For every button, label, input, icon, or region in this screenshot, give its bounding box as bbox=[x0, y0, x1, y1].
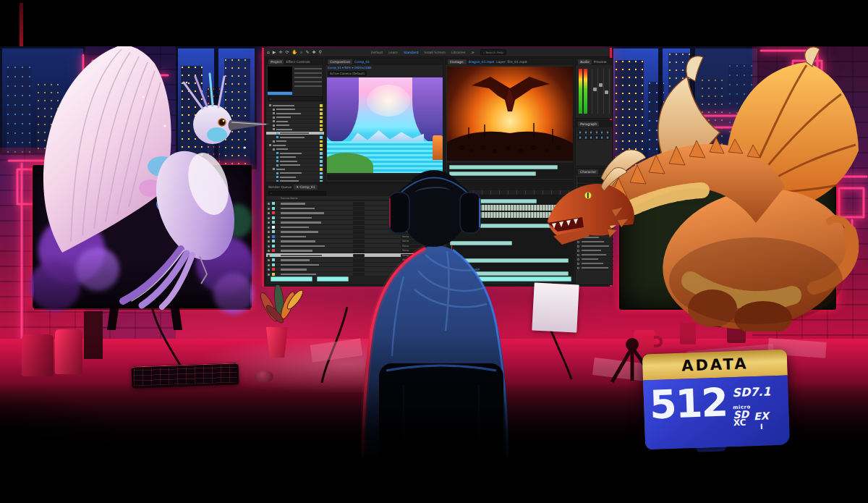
card-capacity: 512 bbox=[649, 384, 727, 423]
label-chip bbox=[320, 132, 323, 135]
microsdxc-logo: micro SD XC EX I bbox=[733, 404, 772, 431]
sun-glow bbox=[367, 85, 410, 117]
promo-banner: ⌂▶✛⟳✋⌕✎✚⚲ DefaultLearnStandardSmall Scre… bbox=[0, 0, 868, 503]
label-chip bbox=[320, 128, 323, 131]
crystal-hummingbird-art bbox=[13, 46, 281, 318]
layer-name-bar bbox=[281, 236, 306, 238]
file-name-bar bbox=[280, 132, 309, 134]
mouse bbox=[255, 371, 273, 383]
file-name-bar bbox=[280, 164, 300, 166]
keyboard-keys bbox=[134, 365, 237, 386]
label-chip bbox=[320, 112, 323, 115]
workspace-tab-learn: Learn bbox=[386, 51, 401, 54]
file-name-bar bbox=[280, 180, 299, 182]
label-chip bbox=[320, 136, 323, 139]
label-chip bbox=[320, 140, 323, 143]
bird-crest bbox=[184, 74, 224, 109]
tool-icon-4: ✋ bbox=[292, 49, 298, 55]
layer-name-bar bbox=[281, 250, 312, 252]
headphone-earcup-left bbox=[389, 193, 409, 233]
layer-name-bar bbox=[281, 259, 310, 261]
keyboard bbox=[132, 363, 239, 388]
composition-name: Comp_01 bbox=[354, 60, 370, 64]
active-camera-pill: Active Camera (Default) bbox=[328, 71, 367, 76]
label-chip bbox=[320, 144, 323, 147]
tab-composition: Composition bbox=[328, 59, 352, 64]
layer-name-bar bbox=[281, 255, 322, 257]
box bbox=[84, 311, 103, 359]
pillar-tree bbox=[412, 77, 443, 144]
castle-accent bbox=[433, 135, 443, 160]
bird-eye bbox=[218, 119, 226, 126]
tab-effect-controls: Effect Controls bbox=[286, 60, 310, 64]
file-name-bar bbox=[280, 177, 296, 178]
label-chip bbox=[320, 156, 323, 159]
pillar-tree bbox=[327, 77, 359, 143]
layer-name-bar bbox=[281, 217, 312, 219]
layer-name-bar bbox=[281, 269, 307, 271]
workspace-tab-small-screen: Small Screen bbox=[421, 51, 448, 54]
cup bbox=[55, 329, 82, 374]
workspace-tabs: DefaultLearnStandardSmall ScreenLibrarie… bbox=[368, 51, 468, 54]
tool-icon-6: ✎ bbox=[305, 49, 309, 55]
layer-name-bar bbox=[281, 227, 309, 229]
cup bbox=[22, 334, 54, 376]
label-chip bbox=[320, 152, 323, 155]
file-name-bar bbox=[280, 153, 302, 154]
brand-logo: ADATA bbox=[681, 355, 749, 374]
uhs-mark: I bbox=[754, 422, 769, 431]
layer-name-bar bbox=[281, 264, 319, 266]
project-info-lines bbox=[294, 68, 322, 90]
layer-name-bar bbox=[281, 231, 318, 233]
neon-sliver bbox=[20, 3, 23, 48]
file-name-bar bbox=[280, 156, 296, 158]
tool-icon-3: ⟳ bbox=[285, 49, 289, 55]
sd-express-mark: EX bbox=[754, 410, 769, 422]
bird-leg bbox=[200, 256, 207, 284]
layer-name-bar bbox=[281, 203, 305, 205]
workspace-overflow-icon: ≫ bbox=[468, 51, 477, 54]
workspace-tab-standard: Standard bbox=[401, 51, 421, 54]
card-sd-spec: SD7.1 bbox=[732, 384, 771, 400]
tool-icon-5: ⌕ bbox=[300, 49, 302, 55]
layer-name-bar bbox=[281, 221, 321, 224]
label-chip bbox=[320, 124, 323, 127]
office-chair bbox=[379, 363, 503, 459]
layer-name-bar bbox=[281, 208, 315, 210]
person-at-desk bbox=[317, 161, 563, 459]
label-chip bbox=[320, 120, 323, 123]
label-chip bbox=[320, 109, 323, 111]
tool-icon-7: ✚ bbox=[312, 49, 315, 55]
bird-cheek bbox=[207, 127, 227, 142]
file-name-bar bbox=[280, 161, 297, 162]
workspace-tab-default: Default bbox=[368, 51, 386, 54]
label-chip bbox=[320, 148, 323, 151]
tool-icon-8: ⚲ bbox=[318, 49, 321, 55]
headphone-earcup-right bbox=[460, 193, 480, 233]
composition-panel-tabs: Composition Comp_01 bbox=[326, 59, 443, 65]
bird-beak bbox=[229, 120, 271, 130]
file-name-bar bbox=[280, 137, 305, 138]
layer-name-bar bbox=[281, 274, 316, 276]
file-name-bar bbox=[280, 172, 302, 174]
footage-name: dragon_01.mp4 bbox=[469, 60, 494, 64]
label-chip bbox=[320, 117, 323, 119]
layer-name-bar bbox=[281, 240, 315, 242]
card-body: 512 SD7.1 micro SD XC EX I bbox=[643, 376, 790, 450]
composition-viewer bbox=[327, 77, 443, 173]
workspace-tab-libraries: Libraries bbox=[448, 51, 468, 54]
tab-footage: Footage: bbox=[448, 59, 467, 64]
composition-info-row: Comp_01 ▾ 50% ▾ 1920×1080 bbox=[328, 66, 371, 69]
bird-tail bbox=[123, 249, 192, 307]
microsd-card: ADATA 512 SD7.1 micro SD XC EX I bbox=[642, 350, 790, 450]
label-chip bbox=[320, 104, 323, 107]
tab-timeline-comp: ✦ Comp_01 bbox=[294, 185, 317, 190]
